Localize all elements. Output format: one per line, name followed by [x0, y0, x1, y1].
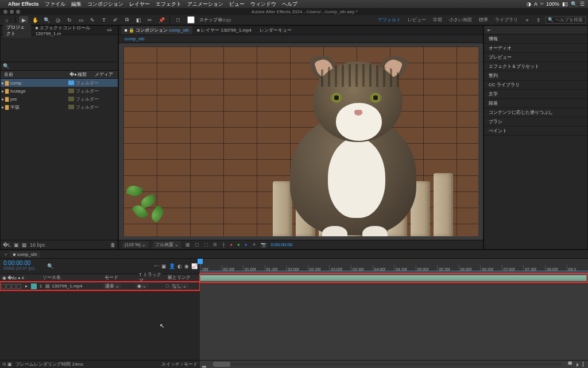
timeline-clip-row[interactable] — [200, 274, 588, 282]
workspace-library[interactable]: ライブラリ — [495, 17, 518, 23]
panel-effects-presets[interactable]: エフェクト＆プリセット — [484, 62, 587, 71]
type-tool[interactable]: T — [99, 16, 109, 24]
status-battery-icon[interactable]: ▮▯ — [562, 1, 568, 7]
label-swatch[interactable] — [68, 97, 74, 101]
col-mode[interactable]: モード — [102, 275, 137, 281]
panel-content-aware-fill[interactable]: コンテンツに応じた塗りつぶし — [484, 108, 587, 117]
project-item[interactable]: ▸▇ 平版 フォルダー — [1, 103, 118, 111]
bpc-label[interactable]: 16 bpc — [30, 242, 45, 248]
panel-cc-libraries[interactable]: CC ライブラリ — [484, 80, 587, 90]
layer-clip-bar[interactable] — [200, 275, 587, 281]
hand-tool[interactable]: ✋ — [30, 16, 40, 24]
timeline-tab-close-icon[interactable]: × — [5, 252, 7, 257]
timeline-tab[interactable]: ■ comp_stb — [10, 251, 41, 258]
col-source-name[interactable]: ソース名 — [40, 275, 102, 281]
rotation-tool[interactable]: ↻ — [65, 16, 74, 24]
ruler-tick[interactable]: 02:30f — [308, 265, 330, 273]
window-traffic-lights[interactable] — [3, 10, 20, 14]
puppet-tool[interactable]: 📌 — [157, 16, 166, 24]
composition-viewer[interactable] — [119, 43, 483, 240]
menu-animation[interactable]: アニメーション — [187, 1, 223, 8]
status-cloud-icon[interactable]: ◑ — [527, 1, 531, 7]
panel-align[interactable]: 整列 — [484, 71, 587, 80]
ruler-tick[interactable]: 02:00f — [286, 265, 308, 273]
ruler-tick[interactable]: :00f — [200, 265, 222, 273]
project-item[interactable]: ▸▇ comp フォルダー — [1, 79, 118, 87]
menu-view[interactable]: ビュー — [229, 1, 245, 8]
delete-icon[interactable]: 🗑 — [110, 242, 115, 248]
reset-exposure-icon[interactable]: ☀ — [252, 242, 256, 247]
viewer-timecode[interactable]: 0:00:00:00 — [271, 242, 293, 247]
channel-icon[interactable]: ● — [230, 242, 233, 247]
resolution-dropdown[interactable]: フル画質 ⌄ — [153, 241, 181, 248]
layer-av-toggles[interactable] — [0, 284, 25, 289]
roto-tool[interactable]: ✂ — [145, 16, 154, 24]
project-item[interactable]: ▸▇ footage フォルダー — [1, 87, 118, 95]
timeline-track-area[interactable]: :00f00:30f01:00f01:30f02:00f02:30f03:00f… — [200, 259, 588, 368]
timeline-search-input[interactable] — [53, 264, 88, 269]
tab-render-queue[interactable]: レンダーキュー — [256, 26, 295, 34]
layer-name[interactable]: 130799_1.mp4 — [52, 283, 102, 289]
draft3d-icon[interactable]: ▣ — [161, 263, 167, 269]
help-search[interactable]: 🔍 ヘルプを検索 — [546, 17, 586, 24]
menu-edit[interactable]: 編集 — [71, 1, 82, 8]
layer-label-swatch[interactable] — [31, 283, 37, 289]
label-swatch[interactable] — [68, 105, 74, 109]
new-folder-icon[interactable]: ▣ — [14, 242, 19, 248]
ruler-tick[interactable]: 04:00f — [373, 265, 394, 273]
time-ruler[interactable]: :00f00:30f01:00f01:30f02:00f02:30f03:00f… — [200, 259, 588, 274]
ruler-tick[interactable]: 06:30f — [480, 265, 502, 273]
current-timecode[interactable]: 0:00:00:00 — [3, 260, 41, 266]
column-kind[interactable]: 種類 — [78, 71, 95, 78]
graph-editor-icon[interactable]: 📈 — [191, 263, 198, 269]
eraser-tool[interactable]: ◧ — [134, 16, 143, 24]
ruler-tick[interactable]: 01:00f — [243, 265, 265, 273]
guides-icon[interactable]: ┼ — [222, 242, 225, 247]
status-ime-icon[interactable]: A — [534, 1, 537, 7]
workspace-standard[interactable]: 標準 — [479, 17, 488, 23]
share-icon[interactable]: ⇪ — [534, 16, 543, 24]
layer-parent-dropdown[interactable]: なし ⌄ — [171, 283, 188, 289]
col-parent[interactable]: 親とリンク — [165, 275, 199, 281]
comp-marker-icon[interactable]: ⏵❘ — [575, 362, 586, 367]
menu-window[interactable]: ウィンドウ — [250, 1, 276, 8]
snapshot-icon[interactable]: 📷 — [261, 242, 266, 247]
menu-help[interactable]: ヘルプ — [282, 1, 297, 8]
zoom-out-icon[interactable]: ▂ — [202, 362, 206, 367]
status-search-icon[interactable]: 🔍 — [571, 1, 577, 7]
workspace-small[interactable]: 小さい画面 — [449, 17, 472, 23]
switches-modes-toggle[interactable]: スイッチ / モード — [161, 361, 198, 367]
ruler-tick[interactable]: 01:30f — [265, 265, 287, 273]
panel-audio[interactable]: オーディオ — [484, 44, 587, 53]
timeline-zoom-slider[interactable] — [213, 363, 562, 366]
brush-tool[interactable]: ✐ — [111, 16, 120, 24]
ruler-tick[interactable]: 03:30f — [351, 265, 373, 273]
project-search-input[interactable] — [11, 64, 115, 69]
roi-icon[interactable]: ⬚ — [204, 242, 208, 247]
ruler-tick[interactable]: 00:30f — [222, 265, 243, 273]
label-swatch[interactable] — [68, 80, 74, 85]
panel-brushes[interactable]: ブラシ — [484, 117, 587, 126]
label-swatch-icon[interactable]: �● — [69, 72, 78, 77]
label-swatch[interactable] — [68, 89, 74, 93]
tab-layer[interactable]: ■ レイヤー 130799_1.mp4 — [194, 26, 255, 34]
camera-tool[interactable]: ▭ — [76, 16, 86, 24]
workspace-learn[interactable]: 学習 — [433, 17, 442, 23]
transparency-grid-icon[interactable]: ▦ — [185, 242, 190, 247]
menu-layer[interactable]: レイヤー — [129, 1, 150, 8]
panel-paragraph[interactable]: 段落 — [484, 99, 587, 108]
mask-toggle-icon[interactable]: ▢ — [195, 242, 199, 247]
clone-tool[interactable]: ⧉ — [122, 16, 131, 24]
menu-effect[interactable]: エフェクト — [156, 1, 181, 8]
frame-blend-icon[interactable]: ◐ — [177, 263, 182, 269]
project-column-header[interactable]: 名前 �● 種類 メディア — [1, 71, 118, 79]
comp-breadcrumb[interactable]: comp_stb — [122, 36, 147, 42]
panel-info[interactable]: 情報 — [484, 34, 587, 44]
ruler-tick[interactable]: 04:30f — [394, 265, 416, 273]
status-wifi-icon[interactable]: ⌔ — [540, 1, 543, 7]
col-av-switches[interactable]: ◉ �ås ● # — [0, 275, 40, 281]
snap-options-icon[interactable]: �ințe — [220, 16, 229, 24]
zoom-tool[interactable]: 🔍 — [42, 16, 51, 24]
menu-composition[interactable]: コンポジション — [87, 1, 123, 8]
ruler-tick[interactable]: 07:30f — [523, 265, 545, 273]
